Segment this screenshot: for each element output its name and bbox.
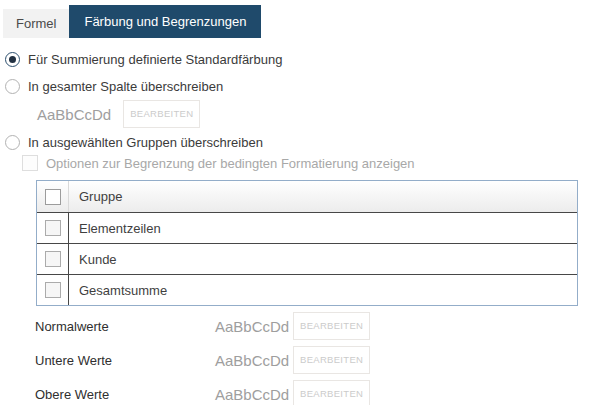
group-table-header-row[interactable]: Gruppe — [37, 181, 577, 212]
group-table: Gruppe Elementzeilen Kunde Gesamtsumme — [36, 180, 578, 306]
row-checkbox-cell — [37, 275, 68, 305]
tab-faerbung-und-begrenzungen[interactable]: Färbung und Begrenzungen — [69, 5, 261, 38]
table-row-kunde[interactable]: Kunde — [37, 243, 577, 274]
limit-option-row: Optionen zur Begrenzung der bedingten Fo… — [22, 155, 600, 171]
value-label-obere-werte: Obere Werte — [35, 387, 215, 402]
bearbeiten-button-column[interactable]: BEARBEITEN — [123, 100, 200, 128]
row-checkbox-cell — [37, 244, 68, 274]
checkbox-elementzeilen[interactable] — [45, 220, 61, 236]
radio-selected-icon[interactable] — [5, 52, 20, 67]
table-row-elementzeilen[interactable]: Elementzeilen — [37, 212, 577, 243]
column-preview-row: AaBbCcDd BEARBEITEN — [37, 100, 600, 128]
color-sample-text: AaBbCcDd — [215, 386, 293, 403]
header-checkbox-cell — [37, 181, 68, 212]
bearbeiten-button-normalwerte[interactable]: BEARBEITEN — [293, 312, 370, 340]
color-sample-text: AaBbCcDd — [215, 318, 293, 335]
radio-unselected-icon[interactable] — [5, 79, 20, 94]
value-label-normalwerte: Normalwerte — [35, 319, 215, 334]
checkbox-select-all[interactable] — [45, 189, 61, 205]
checkbox-kunde[interactable] — [45, 251, 61, 267]
table-row-label: Gesamtsumme — [68, 275, 577, 305]
table-row-label: Kunde — [68, 244, 577, 274]
table-row-gesamtsumme[interactable]: Gesamtsumme — [37, 274, 577, 305]
radio-label-spalte-ueberschreiben: In gesamter Spalte überschreiben — [28, 79, 223, 94]
tab-formel[interactable]: Formel — [3, 9, 69, 38]
radio-row-standard-faerbung[interactable]: Für Summierung definierte Standardfärbun… — [5, 52, 600, 67]
bearbeiten-button-obere-werte[interactable]: BEARBEITEN — [293, 380, 370, 405]
row-checkbox-cell — [37, 213, 68, 243]
checkbox-limit-options[interactable] — [22, 155, 38, 171]
radio-row-spalte-ueberschreiben[interactable]: In gesamter Spalte überschreiben — [5, 79, 600, 94]
checkbox-gesamtsumme[interactable] — [45, 282, 61, 298]
tab-bar: Formel Färbung und Begrenzungen — [3, 5, 600, 38]
color-sample-text: AaBbCcDd — [37, 106, 111, 123]
table-row-label: Elementzeilen — [68, 213, 577, 243]
value-row-obere-werte: Obere Werte AaBbCcDd BEARBEITEN — [35, 380, 600, 405]
bearbeiten-button-untere-werte[interactable]: BEARBEITEN — [293, 346, 370, 374]
group-table-header-label: Gruppe — [68, 181, 577, 212]
value-row-untere-werte: Untere Werte AaBbCcDd BEARBEITEN — [35, 346, 600, 374]
color-sample-text: AaBbCcDd — [215, 352, 293, 369]
radio-row-gruppen-ueberschreiben[interactable]: In ausgewählten Gruppen überschreiben — [5, 135, 600, 150]
value-rows-section: Normalwerte AaBbCcDd BEARBEITEN Untere W… — [0, 312, 600, 405]
value-label-untere-werte: Untere Werte — [35, 353, 215, 368]
value-row-normalwerte: Normalwerte AaBbCcDd BEARBEITEN — [35, 312, 600, 340]
radio-dot — [9, 56, 16, 63]
radio-unselected-icon[interactable] — [5, 135, 20, 150]
checkbox-limit-options-label: Optionen zur Begrenzung der bedingten Fo… — [46, 156, 415, 171]
radio-label-gruppen-ueberschreiben: In ausgewählten Gruppen überschreiben — [28, 135, 263, 150]
radio-label-standard-faerbung: Für Summierung definierte Standardfärbun… — [28, 52, 282, 67]
